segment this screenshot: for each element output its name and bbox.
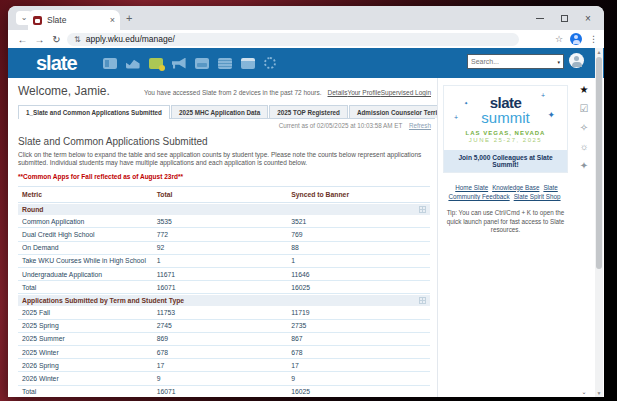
metric-cell[interactable]: 2025 Winter [22,349,157,356]
synced-cell: 88 [291,244,430,251]
metric-cell[interactable]: 2026 Winter [22,375,157,382]
access-link-supervised-login[interactable]: Supervised Login [381,89,431,96]
new-tab-button[interactable]: + [126,12,132,24]
current-as-of-text: Current as of 02/05/2025 at 10:03:58 AM … [279,122,402,129]
export-grid-icon[interactable] [419,297,426,304]
rail-collapse-icon[interactable]: ⌄ [581,388,586,395]
sparkle-icon: + [454,114,458,121]
browser-tab-title: Slate [47,15,110,25]
total-cell: 11671 [157,271,292,278]
table-header-row: Metric Total Synced to Banner [18,186,430,203]
ideas-icon[interactable]: ☼ [579,142,588,152]
browser-menu-icon[interactable]: ⋮ [589,34,598,44]
nav-campaigns-icon[interactable] [172,58,186,69]
synced-cell: 867 [291,335,430,342]
sparkle-icon: ✦ [464,100,468,106]
sidebar-links: Home SlateKnowledge BaseSlate Community … [443,183,568,202]
table-section-header: Applications Submitted by Term and Stude… [18,295,430,306]
nav-messages-icon[interactable] [149,58,163,69]
table-row[interactable]: Total1607116025 [18,386,430,398]
report-title: Slate and Common Applications Submitted [18,136,435,147]
metric-cell[interactable]: 2026 Spring [22,362,157,369]
bookmark-star-icon[interactable]: ☆ [555,34,563,44]
total-cell: 869 [157,335,292,342]
table-row[interactable]: 2026 Spring1717 [18,359,430,372]
nav-reports-icon[interactable] [126,58,140,69]
browser-profile-avatar[interactable] [570,33,582,45]
table-row[interactable]: 2025 Summer869867 [18,333,430,346]
section-name: Applications Submitted by Term and Stude… [22,297,184,304]
browser-toolbar: ← → ↻ ⇅ apply.wku.edu/manage/ ☆ ⋮ [8,30,604,48]
search-input[interactable] [471,58,551,65]
maximize-button[interactable] [552,6,576,30]
metric-cell: Total [22,284,157,291]
table-row[interactable]: 2025 Fall1175311719 [18,306,430,319]
tab-close-icon[interactable]: × [110,16,115,25]
slate-summit-logo: + ✦ + ✦ slate summit [444,96,567,125]
access-note: You have accessed Slate from 2 devices i… [144,89,435,96]
metric-cell[interactable]: 2025 Summer [22,335,157,342]
window-controls: × [528,6,600,30]
export-grid-icon[interactable] [419,206,426,213]
sparkle-icon: + [541,92,545,99]
synced-cell: 16025 [291,388,430,395]
dashboard-tab[interactable]: 2025 TOP Registered [269,105,348,118]
reload-icon[interactable]: ↻ [48,34,65,45]
nav-calendar-icon[interactable] [241,58,255,69]
nav-contacts-icon[interactable] [103,58,117,69]
synced-cell: 16025 [291,284,430,291]
dashboard-tab[interactable]: 2025 MHC Application Data [171,105,268,118]
assistant-icon[interactable]: ✦ [580,161,588,171]
close-button[interactable]: × [576,6,600,30]
favorites-icon[interactable]: ★ [580,85,589,95]
access-links: DetailsYour ProfileSupervised Login [328,89,431,96]
total-cell: 92 [157,244,292,251]
summit-logo-slate: slate [444,96,567,110]
table-row: Total1607116025 [18,281,430,294]
slate-summit-ad[interactable]: + ✦ + ✦ slate summit LAS VEGAS, NEVADA J… [443,85,568,173]
access-link-details[interactable]: Details [328,89,348,96]
synced-cell: 9 [291,375,430,382]
back-icon[interactable]: ← [14,34,31,45]
scroll-down-icon[interactable]: ▼ [595,389,603,397]
page-scrollbar[interactable]: ▲ ▼ [595,48,603,397]
browser-tab[interactable]: Slate × [28,10,120,30]
page-body: Welcome, Jamie. You have accessed Slate … [8,78,604,397]
table-row[interactable]: 2025 Winter678678 [18,346,430,359]
search-caret-icon[interactable]: ▾ [557,59,560,65]
scroll-up-icon[interactable]: ▲ [595,48,603,56]
total-cell: 678 [157,349,292,356]
dashboard-tab[interactable]: Admission Counselor Territory Report [349,105,437,118]
sidebar-link-knowledge-base[interactable]: Knowledge Base [492,184,539,191]
nav-queries-icon[interactable] [218,58,232,69]
forward-icon[interactable]: → [31,34,48,45]
table-row[interactable]: 2025 Spring27452735 [18,320,430,333]
dashboard-tab[interactable]: 1_Slate and Common Applications Submitte… [18,105,170,119]
site-info-icon[interactable]: ⇅ [74,35,81,44]
table-row[interactable]: 2026 Winter99 [18,372,430,385]
scrollbar-thumb[interactable] [596,57,602,269]
user-avatar[interactable] [569,53,584,68]
summit-cta-link[interactable]: Join 5,000 Colleagues at Slate Summit! [444,150,567,172]
metric-cell[interactable]: Total [22,388,157,395]
sidebar-link-slate-spirit-shop[interactable]: Slate Spirit Shop [514,193,561,200]
slate-logo[interactable]: slate [36,52,77,75]
total-cell: 17 [157,362,292,369]
synced-cell: 1 [291,257,430,264]
column-header-synced: Synced to Banner [291,191,430,198]
refresh-link[interactable]: Refresh [409,122,431,129]
current-as-of: Current as of 02/05/2025 at 10:03:58 AM … [18,122,435,129]
shortcuts-icon[interactable]: ✧ [580,123,588,133]
sidebar-link-home-slate[interactable]: Home Slate [455,184,488,191]
tasks-icon[interactable]: ☑ [580,104,589,114]
nav-settings-icon[interactable] [264,57,276,69]
minimize-button[interactable] [528,6,552,30]
access-link-your-profile[interactable]: Your Profile [347,89,380,96]
metric-cell[interactable]: 2025 Spring [22,322,157,329]
nav-inbox-icon[interactable] [195,58,209,69]
synced-cell: 3521 [291,218,430,225]
search-box[interactable]: ▾ [467,54,564,69]
address-bar[interactable]: ⇅ apply.wku.edu/manage/ [67,33,519,46]
report-notice: **Common Apps for Fall reflected as of A… [18,173,435,180]
metric-cell[interactable]: 2025 Fall [22,309,157,316]
